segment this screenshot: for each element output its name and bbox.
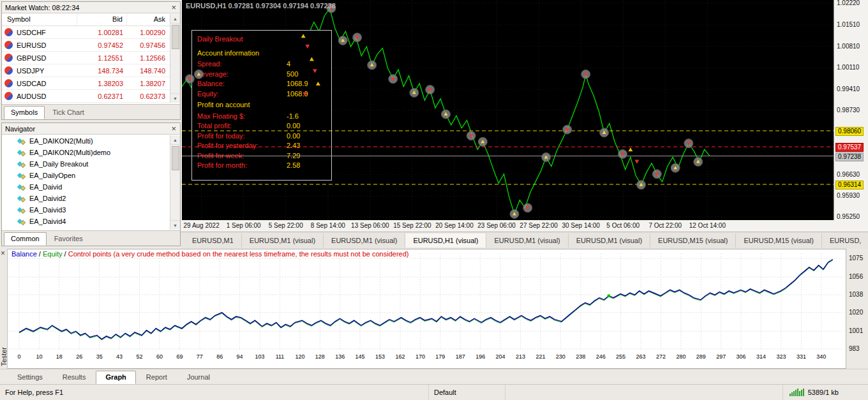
expert-advisor-icon bbox=[17, 137, 26, 145]
tester-sidebar: × Tester bbox=[0, 249, 8, 369]
navigator-tree: EA_DAIKON2(Multi)EA_DAIKON2(Multi)demoEA… bbox=[2, 135, 170, 230]
tab-eurusd-m15-visual[interactable]: EURUSD,M15 (visual) bbox=[736, 233, 821, 248]
tab-favorites[interactable]: Favorites bbox=[47, 232, 90, 246]
svg-text:179: 179 bbox=[435, 353, 445, 360]
tester-axis-label: 1020 bbox=[849, 309, 863, 316]
scrollbar-thumb[interactable] bbox=[172, 146, 179, 170]
scroll-up-icon[interactable]: ▲ bbox=[170, 14, 180, 24]
tab-journal[interactable]: Journal bbox=[177, 371, 220, 384]
price-axis-label: 1.02220 bbox=[837, 0, 860, 7]
tester-axis-label: 1075 bbox=[849, 255, 863, 262]
symbol-name: GBPUSD bbox=[17, 54, 77, 62]
tab-eurusd-h1-visual[interactable]: EURUSD,H1 (visual) bbox=[405, 233, 486, 248]
svg-text:145: 145 bbox=[355, 353, 365, 360]
navigator-item-label: EA_DAIKON2(Multi)demo bbox=[29, 149, 110, 156]
market-watch-row[interactable]: GBPUSD1.125511.12566 bbox=[2, 52, 180, 64]
tab-eurusd-m1[interactable]: EURUSD,M1 bbox=[184, 233, 242, 248]
column-header-bid[interactable]: Bid bbox=[77, 13, 127, 26]
svg-text:86: 86 bbox=[216, 353, 223, 360]
tab-eurusd-m15-visual[interactable]: EURUSD,M15 (visual) bbox=[650, 233, 736, 248]
navigator-title: Navigator bbox=[5, 125, 35, 133]
svg-text:230: 230 bbox=[556, 353, 565, 360]
tester-axis-label: 1038 bbox=[849, 291, 863, 298]
info-label: Max Floating $: bbox=[197, 112, 287, 122]
svg-text:162: 162 bbox=[395, 353, 405, 360]
tab-report[interactable]: Report bbox=[137, 371, 177, 384]
market-watch-header: Symbol Bid Ask bbox=[2, 13, 180, 26]
close-icon[interactable]: × bbox=[169, 4, 178, 11]
close-icon[interactable]: × bbox=[169, 125, 178, 133]
price-axis-label: 0.96630 bbox=[837, 171, 860, 179]
market-watch-row[interactable]: USDJPY148.734148.740 bbox=[2, 64, 180, 77]
symbol-name: USDCHF bbox=[17, 29, 77, 36]
tab-eurusd[interactable]: EURUSD, bbox=[822, 233, 868, 248]
navigator-scrollbar[interactable]: ▲ ▼ bbox=[170, 135, 180, 230]
svg-text:263: 263 bbox=[636, 353, 645, 360]
navigator-titlebar[interactable]: Navigator × bbox=[2, 123, 180, 135]
ea-title: Daily Breakout bbox=[197, 34, 326, 45]
navigator-item[interactable]: EA_Daivid bbox=[2, 181, 170, 193]
svg-text:196: 196 bbox=[475, 353, 485, 360]
scroll-down-icon[interactable]: ▼ bbox=[170, 220, 180, 230]
graph-legend: Balance / Equity / Control points (a ver… bbox=[11, 250, 408, 258]
navigator-item-label: EA_DAIKON2(Multi) bbox=[29, 137, 93, 145]
info-label: Equity: bbox=[197, 89, 287, 100]
market-watch-row[interactable]: USDCHF1.002811.00290 bbox=[2, 26, 180, 39]
navigator-item[interactable]: EA_DAIKON2(Multi) bbox=[2, 135, 170, 147]
tab-eurusd-m1-visual[interactable]: EURUSD,M1 (visual) bbox=[569, 233, 650, 248]
market-watch-titlebar[interactable]: Market Watch: 08:22:34 × bbox=[2, 2, 180, 13]
time-axis-label: 15 Sep 22:00 bbox=[393, 222, 431, 229]
scrollbar-thumb[interactable] bbox=[172, 25, 179, 49]
svg-text:43: 43 bbox=[116, 353, 123, 360]
ask-value: 0.62373 bbox=[127, 93, 169, 100]
expert-advisor-icon bbox=[17, 149, 26, 157]
svg-text:289: 289 bbox=[696, 353, 706, 360]
symbol-name: AUDUSD bbox=[17, 93, 77, 100]
chart-tab-bar: EURUSD,M1EURUSD,M1 (visual)EURUSD,M1 (vi… bbox=[181, 232, 868, 249]
symbol-icon bbox=[4, 66, 13, 75]
close-icon[interactable]: × bbox=[1, 249, 5, 258]
balance-curve-chart: 0101826354352606977869410311112012813614… bbox=[8, 249, 845, 368]
tab-symbols[interactable]: Symbols bbox=[4, 106, 45, 119]
tab-eurusd-m1-visual[interactable]: EURUSD,M1 (visual) bbox=[242, 233, 324, 248]
expert-advisor-icon bbox=[17, 183, 26, 191]
legend-separator: / bbox=[63, 250, 68, 258]
info-value: 500 bbox=[287, 70, 298, 80]
status-profile[interactable]: Default bbox=[429, 385, 505, 400]
svg-text:120: 120 bbox=[295, 353, 304, 360]
market-watch-row[interactable]: EURUSD0.974520.97456 bbox=[2, 39, 180, 52]
svg-text:280: 280 bbox=[676, 353, 685, 360]
navigator-item[interactable]: EA_Daivid3 bbox=[2, 204, 170, 216]
market-watch-row[interactable]: USDCAD1.382031.38207 bbox=[2, 77, 180, 90]
navigator-item[interactable]: EA_DAIKON2(Multi)demo bbox=[2, 147, 170, 158]
tab-common[interactable]: Common bbox=[4, 232, 47, 246]
tab-results[interactable]: Results bbox=[53, 371, 96, 384]
market-watch-scrollbar[interactable]: ▲ ▼ bbox=[170, 14, 180, 103]
scroll-up-icon[interactable]: ▲ bbox=[170, 135, 180, 145]
tester-graph[interactable]: 0101826354352606977869410311112012813614… bbox=[8, 249, 846, 369]
scroll-down-icon[interactable]: ▼ bbox=[170, 93, 180, 103]
bid-value: 1.00281 bbox=[77, 29, 127, 36]
svg-text:111: 111 bbox=[276, 353, 285, 360]
info-row: Total profit:0.00 bbox=[197, 121, 326, 131]
tab-tick-chart[interactable]: Tick Chart bbox=[45, 106, 91, 119]
status-bar: For Help, press F1 Default 5389/1 kb bbox=[0, 384, 868, 400]
tab-eurusd-m1-visual[interactable]: EURUSD,M1 (visual) bbox=[324, 233, 405, 248]
market-watch-row[interactable]: AUDUSD0.623710.62373 bbox=[2, 90, 180, 103]
navigator-item[interactable]: EA_DailyOpen bbox=[2, 170, 170, 181]
tab-eurusd-m1-visual[interactable]: EURUSD,M1 (visual) bbox=[486, 233, 568, 248]
navigator-item[interactable]: EA_Daivid4 bbox=[2, 216, 170, 227]
tab-graph[interactable]: Graph bbox=[96, 371, 135, 384]
tab-settings[interactable]: Settings bbox=[8, 371, 52, 384]
price-axis-label: 0.98730 bbox=[837, 107, 860, 114]
column-header-symbol[interactable]: Symbol bbox=[2, 13, 77, 26]
account-info-rows: Spread:4Leverage:500Balance:1068.9Equity… bbox=[197, 59, 326, 99]
column-header-ask[interactable]: Ask bbox=[127, 13, 169, 26]
navigator-item[interactable]: EA_Daivid5 bbox=[2, 227, 170, 230]
market-watch-tab-bar: SymbolsTick Chart bbox=[2, 104, 180, 119]
symbol-icon bbox=[4, 28, 13, 36]
price-chart[interactable]: EURUSD,H1 0.97281 0.97304 0.97194 0.9723… bbox=[182, 0, 834, 220]
navigator-item[interactable]: EA_Daivid2 bbox=[2, 193, 170, 204]
navigator-item[interactable]: EA_Daily Breakout bbox=[2, 158, 170, 170]
price-axis-label: 0.99410 bbox=[837, 85, 860, 93]
